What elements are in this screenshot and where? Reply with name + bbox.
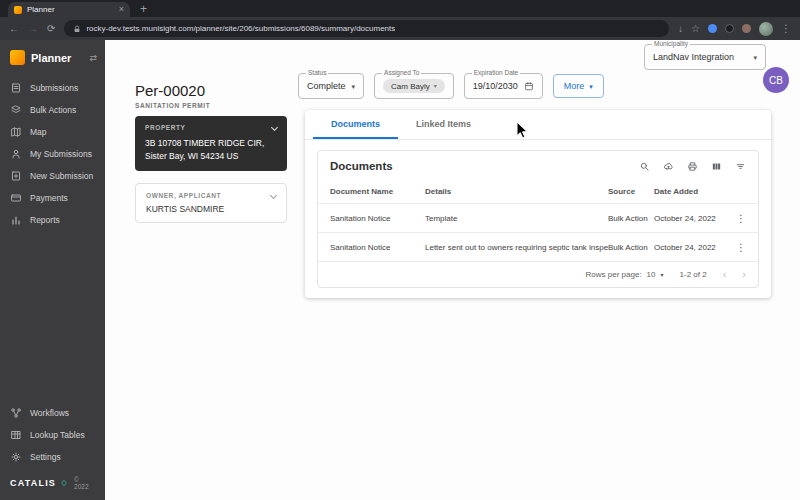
rows-per-page-label: Rows per page: <box>586 270 642 279</box>
cell-details: Letter sent out to owners requiring sept… <box>425 243 608 252</box>
bookmark-star-icon[interactable]: ☆ <box>691 24 700 34</box>
document-list-icon <box>10 82 22 94</box>
property-address-line1: 3B 10708 TIMBER RIDGE CIR, <box>145 137 277 150</box>
assigned-to-field[interactable]: Assigned To Cam Bayly ▾ <box>374 73 454 99</box>
documents-panel: Documents Document Name Details Source D… <box>317 150 759 288</box>
sidebar-item-label: Bulk Actions <box>30 105 76 115</box>
chevron-down-icon: ▾ <box>352 83 356 90</box>
chevron-down-icon: ▾ <box>661 272 664 278</box>
chevron-down-icon: ▾ <box>753 54 757 61</box>
back-icon[interactable]: ← <box>9 24 19 34</box>
table-row[interactable]: Sanitation Notice Template Bulk Action O… <box>318 204 758 233</box>
tab-linked-items[interactable]: Linked Items <box>398 110 489 139</box>
status-select[interactable]: Status Complete ▾ <box>298 73 364 99</box>
search-icon[interactable] <box>639 161 650 172</box>
reload-icon[interactable]: ⟳ <box>47 24 55 34</box>
sidebar-spacer <box>0 231 105 402</box>
rows-per-page-value: 10 <box>647 270 656 279</box>
municipality-value: LandNav Integration <box>653 52 747 62</box>
sidebar-item-label: Map <box>30 127 47 137</box>
cell-document-name: Sanitation Notice <box>330 243 425 252</box>
owner-card-header[interactable]: OWNER, APPLICANT <box>146 192 276 199</box>
expiration-date-value: 19/10/2030 <box>473 81 518 91</box>
catalis-leaf-icon <box>60 479 68 487</box>
sidebar-item-submissions[interactable]: Submissions <box>0 77 105 99</box>
chevron-down-icon[interactable] <box>271 124 278 131</box>
pagination: Rows per page: 10 ▾ 1-2 of 2 ‹ › <box>318 262 758 287</box>
forward-icon[interactable]: → <box>28 24 38 34</box>
chevron-down-icon[interactable] <box>270 192 277 199</box>
sidebar-item-label: Settings <box>30 452 61 462</box>
cell-source: Bulk Action <box>608 214 654 223</box>
row-menu-icon[interactable]: ⋮ <box>732 242 746 253</box>
document-plus-icon <box>10 170 22 182</box>
sidebar-item-workflows[interactable]: Workflows <box>0 402 105 424</box>
filter-icon[interactable] <box>735 161 746 172</box>
cell-date-added: October 24, 2022 <box>654 243 732 252</box>
cell-date-added: October 24, 2022 <box>654 214 732 223</box>
browser-profile-avatar[interactable] <box>759 22 773 36</box>
row-menu-icon[interactable]: ⋮ <box>732 213 746 224</box>
more-button[interactable]: More ▾ <box>553 74 604 98</box>
sidebar-item-my-submissions[interactable]: My Submissions <box>0 143 105 165</box>
column-header-details: Details <box>425 187 608 196</box>
property-card: PROPERTY 3B 10708 TIMBER RIDGE CIR, Sist… <box>135 116 287 171</box>
chevron-down-icon: ▾ <box>589 83 593 90</box>
sidebar: Planner ⇄ Submissions Bulk Actions Map M… <box>0 40 105 500</box>
browser-action-icons: ↓ ☆ ⋮ <box>678 22 791 36</box>
view-columns-icon[interactable] <box>711 161 722 172</box>
page-title: Per-00020 <box>135 82 205 99</box>
copyright-text: © 2022 <box>74 476 95 490</box>
documents-title: Documents <box>330 160 639 172</box>
summary-card: Documents Linked Items Documents Documen… <box>305 110 771 298</box>
sidebar-collapse-icon[interactable]: ⇄ <box>89 53 97 63</box>
column-header-document-name: Document Name <box>330 187 425 196</box>
cloud-upload-icon[interactable] <box>663 161 674 172</box>
sidebar-item-label: Workflows <box>30 408 69 418</box>
calendar-icon[interactable] <box>524 81 534 91</box>
sidebar-item-bulk-actions[interactable]: Bulk Actions <box>0 99 105 121</box>
expiration-date-field[interactable]: Expiration Date 19/10/2030 <box>464 73 543 99</box>
rows-per-page-select[interactable]: Rows per page: 10 ▾ <box>586 270 664 279</box>
extension-icon[interactable] <box>725 24 734 33</box>
browser-tab[interactable]: Planner × <box>8 2 130 17</box>
tab-close-icon[interactable]: × <box>119 5 124 14</box>
previous-page-icon[interactable]: ‹ <box>723 269 727 280</box>
column-header-source: Source <box>608 187 654 196</box>
sidebar-item-new-submission[interactable]: New Submission <box>0 165 105 187</box>
print-icon[interactable] <box>687 161 698 172</box>
documents-toolbar <box>639 161 746 172</box>
new-tab-button[interactable]: + <box>140 3 147 15</box>
table-row[interactable]: Sanitation Notice Letter sent out to own… <box>318 233 758 262</box>
app-logo-text: Planner <box>31 52 83 64</box>
sidebar-item-settings[interactable]: Settings <box>0 446 105 468</box>
table-grid-icon <box>10 429 22 441</box>
property-card-header[interactable]: PROPERTY <box>145 124 277 131</box>
layers-icon <box>10 104 22 116</box>
person-icon <box>10 148 22 160</box>
browser-menu-icon[interactable]: ⋮ <box>781 24 791 34</box>
sidebar-item-reports[interactable]: Reports <box>0 209 105 231</box>
gear-icon <box>10 451 22 463</box>
extension-icon[interactable] <box>742 24 751 33</box>
sidebar-item-label: Reports <box>30 215 60 225</box>
municipality-select[interactable]: Municipality LandNav Integration ▾ <box>644 44 766 70</box>
chevron-down-icon: ▾ <box>434 83 437 89</box>
sidebar-item-lookup-tables[interactable]: Lookup Tables <box>0 424 105 446</box>
extension-icon[interactable] <box>708 24 717 33</box>
owner-value: KURTIS SANDMIRE <box>146 204 276 214</box>
credit-card-icon <box>10 192 22 204</box>
assignee-chip[interactable]: Cam Bayly ▾ <box>383 79 445 93</box>
sidebar-item-label: Submissions <box>30 83 78 93</box>
bar-chart-icon <box>10 214 22 226</box>
address-bar[interactable]: rocky-dev.tests.munisight.com/planner/si… <box>64 20 669 37</box>
property-label: PROPERTY <box>145 124 186 131</box>
next-page-icon[interactable]: › <box>742 269 746 280</box>
user-avatar[interactable]: CB <box>763 67 789 93</box>
sidebar-item-payments[interactable]: Payments <box>0 187 105 209</box>
download-icon[interactable]: ↓ <box>678 24 683 34</box>
sidebar-item-map[interactable]: Map <box>0 121 105 143</box>
tab-documents[interactable]: Documents <box>313 110 398 139</box>
assignee-name: Cam Bayly <box>391 82 430 91</box>
page-subtitle: SANITATION PERMIT <box>135 102 210 109</box>
